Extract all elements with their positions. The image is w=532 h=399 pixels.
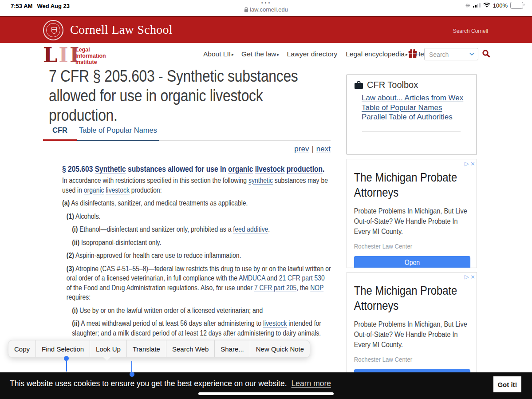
ad-content: The Michigan Probate Attorneys Probate P…: [347, 283, 477, 382]
paragraph-a3i: (i) Use by or on the lawful written orde…: [62, 306, 331, 316]
chevron-right-icon: ▸: [232, 52, 234, 57]
ad-close-icon[interactable]: ×: [470, 160, 475, 167]
lii-sub-line: Legal: [75, 47, 106, 53]
nav-item-get-the-law[interactable]: Get the law▸: [241, 50, 279, 58]
inline-link[interactable]: 21 CFR part 530: [279, 274, 325, 282]
tab-cfr[interactable]: CFR: [43, 126, 77, 141]
paragraph-a2: (2) Aspirin-approved for health care use…: [62, 251, 331, 261]
status-bar: 7:53 AMWed Aug 23 ••• law.cornell.edu 10…: [0, 0, 532, 16]
text-segment: (i): [72, 306, 78, 315]
ad-close-icon[interactable]: ×: [470, 273, 475, 280]
inline-link[interactable]: synthetic: [248, 176, 273, 185]
tab-dots-icon[interactable]: •••: [0, 0, 532, 5]
inline-link[interactable]: AMDUCA: [239, 274, 265, 282]
got-it-button[interactable]: Got it!: [493, 376, 521, 392]
menu-item-look-up[interactable]: Look Up: [90, 340, 126, 357]
lii-logo-subtitle: Legal Information Institute: [75, 47, 106, 65]
paragraph-intro: In accordance with restrictions specifie…: [62, 176, 331, 195]
ad-banner[interactable]: ▷× The Michigan Probate Attorneys Probat…: [347, 159, 477, 268]
page-title-line: 7 CFR § 205.603 - Synthetic substances: [49, 67, 316, 86]
nav-label: Legal encyclopedia: [346, 50, 405, 58]
cookie-message-text: This website uses cookies to ensure you …: [10, 379, 287, 388]
ad-title[interactable]: The Michigan Probate Attorneys: [354, 170, 470, 200]
text-segment: (a): [62, 199, 70, 207]
menu-item-find-selection[interactable]: Find Selection: [35, 340, 90, 357]
menu-item-translate[interactable]: Translate: [126, 340, 166, 357]
lock-icon: [244, 7, 248, 12]
ad-advertiser: Rochester Law Center: [354, 242, 470, 250]
search-submit-icon[interactable]: [482, 49, 491, 58]
selection-end-handle[interactable]: [130, 372, 134, 377]
inline-link[interactable]: NOP: [310, 284, 323, 292]
paragraph-a3ii: (ii) A meat withdrawal period of at leas…: [62, 319, 331, 338]
pager: prev|next: [43, 145, 331, 154]
next-link[interactable]: next: [316, 145, 331, 153]
ad-open-button[interactable]: Open: [354, 256, 470, 268]
nav-item-legal-encyclopedia[interactable]: Legal encyclopedia▸: [346, 50, 408, 58]
menu-item-new-quick-note[interactable]: New Quick Note: [250, 340, 310, 357]
cellular-icon: [473, 3, 481, 8]
selection-end-caret[interactable]: [131, 361, 132, 372]
toolbox-link-wex[interactable]: Law about... Articles from Wex: [362, 93, 463, 103]
adchoices-icon[interactable]: ▷: [465, 160, 469, 167]
url-text: law.cornell.edu: [250, 6, 288, 13]
toolbox-link-tpn[interactable]: Table of Popular Names: [362, 103, 442, 113]
ad-banner[interactable]: ▷× The Michigan Probate Attorneys Probat…: [347, 272, 477, 382]
gift-donate-icon[interactable]: [408, 49, 418, 59]
screen: 7:53 AMWed Aug 23 ••• law.cornell.edu 10…: [0, 0, 532, 399]
menu-item-search-web[interactable]: Search Web: [166, 340, 214, 357]
inline-link[interactable]: organic: [84, 186, 104, 194]
toolbox-link-parallel[interactable]: Parallel Table of Authorities: [362, 112, 453, 122]
activity-icon: [465, 3, 470, 8]
adchoices-icon[interactable]: ▷: [465, 273, 469, 280]
text-segment: Isopropanol-disinfectant only.: [79, 238, 161, 247]
prev-link[interactable]: prev: [294, 145, 309, 153]
text-segment: As disinfectants, sanitizer, and medical…: [70, 199, 248, 207]
home-indicator[interactable]: [198, 392, 334, 395]
inline-link[interactable]: livestock: [263, 319, 287, 328]
lii-sub-line: Institute: [75, 59, 106, 65]
search-cornell-link[interactable]: Search Cornell: [453, 28, 488, 34]
learn-more-link[interactable]: Learn more: [292, 379, 331, 388]
text-segment: .: [323, 164, 324, 174]
chevron-down-icon[interactable]: [469, 52, 474, 56]
inline-link[interactable]: livestock: [106, 186, 129, 194]
ad-title[interactable]: The Michigan Probate Attorneys: [354, 283, 470, 313]
nav-item-about-lii[interactable]: About LII▸: [203, 50, 234, 58]
text-selection-context-menu: Copy Find Selection Look Up Translate Se…: [8, 340, 310, 358]
lii-letter: I: [59, 43, 70, 67]
pager-separator: |: [311, 145, 313, 153]
selection-start-handle[interactable]: [64, 356, 69, 361]
text-segment: of the Food and Drug Administration regu…: [67, 284, 254, 292]
nav-label: Lawyer directory: [287, 50, 338, 58]
menu-item-copy[interactable]: Copy: [8, 340, 35, 357]
inline-link[interactable]: feed additive: [233, 225, 268, 233]
paragraph-a: (a) As disinfectants, sanitizer, and med…: [62, 198, 331, 208]
inline-link[interactable]: Synthetic: [95, 164, 126, 174]
address-bar[interactable]: law.cornell.edu: [0, 6, 532, 13]
menu-item-share[interactable]: Share...: [214, 340, 250, 357]
text-segment: (1): [67, 212, 74, 221]
tab-table-of-popular-names[interactable]: Table of Popular Names: [77, 126, 159, 141]
inline-link[interactable]: organic: [228, 164, 253, 174]
inline-link[interactable]: 7 CFR part 205: [254, 284, 296, 292]
battery-icon: [510, 2, 523, 9]
cornell-seal-logo[interactable]: [43, 20, 63, 40]
search-input[interactable]: [428, 49, 468, 60]
selection-start-caret[interactable]: [66, 361, 67, 371]
ad-advertiser: Rochester Law Center: [354, 356, 470, 363]
paragraph-a3: (3) Atropine (CAS #-51–55–8)—federal law…: [62, 264, 331, 302]
inline-link[interactable]: production: [287, 164, 323, 174]
context-menu-pointer: [103, 357, 111, 361]
paragraph-a1ii: (ii) Isopropanol-disinfectant only.: [62, 238, 331, 248]
text-segment: requires:: [67, 293, 91, 301]
text-segment: § 205.603: [62, 164, 95, 174]
cornell-header: Cornell Law School Search Cornell: [0, 16, 532, 44]
cookie-banner: This website uses cookies to ensure you …: [0, 372, 532, 399]
nav-item-lawyer-directory[interactable]: Lawyer directory: [287, 50, 339, 58]
inline-link[interactable]: livestock: [255, 164, 285, 174]
lii-logo[interactable]: LII: [43, 45, 80, 65]
toolbox-header: CFR Toolbox: [354, 80, 477, 90]
text-segment: (2): [67, 251, 74, 260]
cornell-title[interactable]: Cornell Law School: [70, 23, 173, 37]
